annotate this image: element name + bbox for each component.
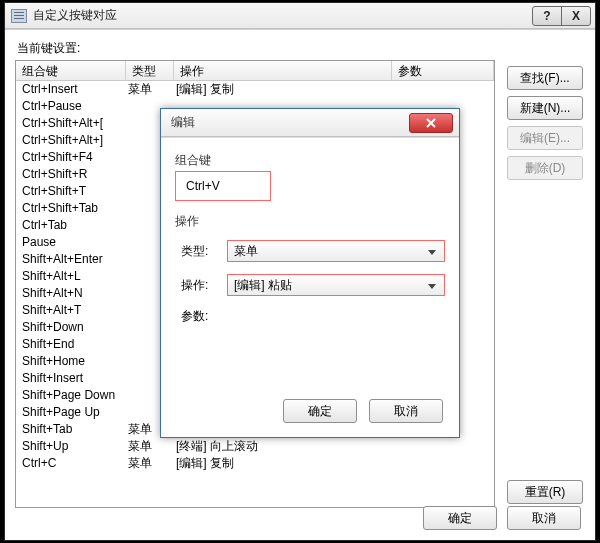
titlebar[interactable]: 自定义按键对应 ? X	[5, 3, 595, 29]
cell-key: Ctrl+Shift+Alt+[	[16, 115, 126, 132]
action-value: [编辑] 粘贴	[234, 277, 292, 294]
cell-key: Ctrl+Shift+Alt+]	[16, 132, 126, 149]
ok-button[interactable]: 确定	[423, 506, 497, 530]
help-button[interactable]: ?	[532, 6, 562, 26]
table-row[interactable]: Ctrl+Insert菜单[编辑] 复制	[16, 81, 494, 98]
find-button[interactable]: 查找(F)...	[507, 66, 583, 90]
cell-action: [终端] 向上滚动	[174, 438, 392, 455]
action-row: 操作: [编辑] 粘贴	[181, 274, 445, 296]
cell-key: Shift+Page Up	[16, 404, 126, 421]
type-combo[interactable]: 菜单	[227, 240, 445, 262]
app-icon	[11, 9, 27, 23]
cell-action: [编辑] 复制	[174, 455, 392, 472]
edit-client: 组合键 Ctrl+V 操作 类型: 菜单 操作: [编辑] 粘贴 参数: 确定 …	[161, 137, 459, 437]
close-button[interactable]: X	[561, 6, 591, 26]
cell-key: Shift+Home	[16, 353, 126, 370]
cell-key: Shift+Alt+Enter	[16, 251, 126, 268]
cell-key: Shift+End	[16, 336, 126, 353]
cell-key: Shift+Alt+T	[16, 302, 126, 319]
edit-ok-button[interactable]: 确定	[283, 399, 357, 423]
cell-key: Shift+Alt+L	[16, 268, 126, 285]
cell-type: 菜单	[126, 81, 174, 98]
edit-bottom-buttons: 确定 取消	[283, 399, 443, 423]
cell-key: Ctrl+Shift+R	[16, 166, 126, 183]
cell-action: [编辑] 复制	[174, 81, 392, 98]
group-key-label: 组合键	[175, 152, 445, 169]
chevron-down-icon	[424, 278, 440, 294]
cell-type: 菜单	[126, 455, 174, 472]
cell-key: Shift+Up	[16, 438, 126, 455]
type-row: 类型: 菜单	[181, 240, 445, 262]
param-label: 参数:	[181, 309, 208, 323]
col-type[interactable]: 类型	[126, 61, 174, 80]
cell-param	[392, 438, 494, 455]
type-label: 类型:	[181, 243, 227, 260]
edit-cancel-button[interactable]: 取消	[369, 399, 443, 423]
delete-button[interactable]: 删除(D)	[507, 156, 583, 180]
cell-key: Ctrl+Insert	[16, 81, 126, 98]
key-input[interactable]: Ctrl+V	[175, 171, 271, 201]
edit-button[interactable]: 编辑(E)...	[507, 126, 583, 150]
cell-key: Pause	[16, 234, 126, 251]
cell-param	[392, 455, 494, 472]
action-combo[interactable]: [编辑] 粘贴	[227, 274, 445, 296]
cell-key: Shift+Down	[16, 319, 126, 336]
list-header[interactable]: 组合键 类型 操作 参数	[16, 61, 494, 81]
param-row: 参数:	[181, 308, 445, 325]
side-buttons: 查找(F)... 新建(N)... 编辑(E)... 删除(D) 重置(R)	[507, 66, 583, 200]
edit-titlebar[interactable]: 编辑	[161, 109, 459, 137]
type-value: 菜单	[234, 243, 258, 260]
cell-param	[392, 81, 494, 98]
table-row[interactable]: Ctrl+C菜单[编辑] 复制	[16, 455, 494, 472]
window-title: 自定义按键对应	[33, 7, 117, 24]
cell-key: Shift+Insert	[16, 370, 126, 387]
cell-key: Shift+Alt+N	[16, 285, 126, 302]
edit-window-buttons	[409, 113, 453, 133]
outer-bottom-buttons: 确定 取消	[423, 506, 581, 530]
cell-key: Ctrl+Pause	[16, 98, 126, 115]
edit-dialog: 编辑 组合键 Ctrl+V 操作 类型: 菜单 操作: [编辑] 粘贴	[160, 108, 460, 438]
section-label: 当前键设置:	[17, 40, 585, 57]
cell-key: Shift+Page Down	[16, 387, 126, 404]
cell-key: Ctrl+C	[16, 455, 126, 472]
reset-button[interactable]: 重置(R)	[507, 480, 583, 504]
close-icon	[425, 117, 437, 129]
table-row[interactable]: Shift+Up菜单[终端] 向上滚动	[16, 438, 494, 455]
action-label: 操作:	[181, 277, 227, 294]
col-action[interactable]: 操作	[174, 61, 392, 80]
cancel-button[interactable]: 取消	[507, 506, 581, 530]
cell-key: Ctrl+Shift+F4	[16, 149, 126, 166]
col-param[interactable]: 参数	[392, 61, 494, 80]
cell-type: 菜单	[126, 438, 174, 455]
cell-key: Ctrl+Tab	[16, 217, 126, 234]
key-value: Ctrl+V	[186, 179, 220, 193]
cell-key: Ctrl+Shift+Tab	[16, 200, 126, 217]
chevron-down-icon	[424, 244, 440, 260]
cell-key: Ctrl+Shift+T	[16, 183, 126, 200]
col-key[interactable]: 组合键	[16, 61, 126, 80]
window-buttons: ? X	[533, 6, 591, 26]
edit-title: 编辑	[171, 114, 195, 131]
edit-close-button[interactable]	[409, 113, 453, 133]
new-button[interactable]: 新建(N)...	[507, 96, 583, 120]
group-action-label: 操作	[175, 213, 445, 230]
cell-key: Shift+Tab	[16, 421, 126, 438]
